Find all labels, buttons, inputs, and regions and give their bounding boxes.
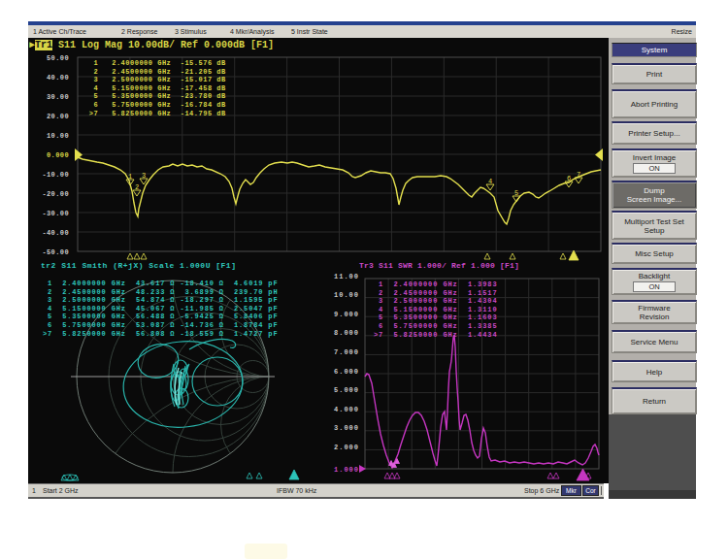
svg-text:2: 2 [135,183,139,191]
svg-text:7: 7 [577,171,580,179]
svg-text:6: 6 [567,175,571,182]
svg-text:4: 4 [488,178,492,185]
svg-text:1: 1 [128,173,132,181]
svg-text:5: 5 [514,189,518,197]
svg-text:3: 3 [142,172,146,180]
